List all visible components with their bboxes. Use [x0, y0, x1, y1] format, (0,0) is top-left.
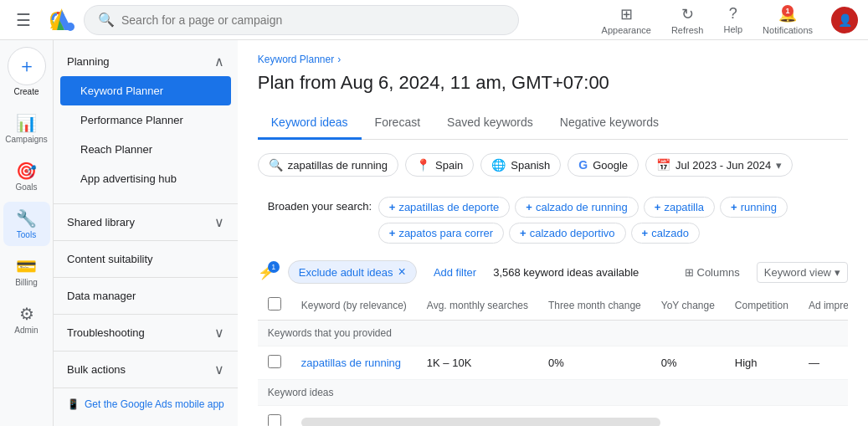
search-icon: 🔍 — [98, 12, 115, 28]
broaden-chip-6[interactable]: + calzado — [631, 223, 700, 244]
mobile-icon: 📱 — [67, 398, 80, 410]
table-row-loading — [258, 406, 848, 427]
avatar[interactable]: 👤 — [831, 7, 858, 33]
keyword-link-1[interactable]: zapatillas de running — [301, 357, 401, 369]
tab-keyword-ideas[interactable]: Keyword ideas — [258, 107, 362, 140]
exclude-adult-chip[interactable]: Exclude adult ideas × — [288, 260, 417, 284]
create-button[interactable]: ＋ Create — [8, 47, 46, 96]
search-input[interactable] — [121, 13, 505, 27]
plus-icon-5: + — [520, 227, 526, 239]
sidebar-item-data-manager[interactable]: Data manager — [54, 281, 238, 311]
icon-sidebar: ＋ Create 📊 Campaigns 🎯 Goals 🔧 Tools 💳 B… — [0, 40, 54, 426]
main-layout: ＋ Create 📊 Campaigns 🎯 Goals 🔧 Tools 💳 B… — [0, 40, 868, 426]
sidebar-item-content-suitability[interactable]: Content suitability — [54, 244, 238, 274]
col-yoy: YoY change — [651, 290, 725, 321]
network-icon: G — [578, 158, 588, 172]
divider-4 — [54, 314, 238, 315]
col-avg-searches: Avg. monthly searches — [417, 290, 538, 321]
network-filter[interactable]: G Google — [568, 153, 639, 177]
broaden-chip-4[interactable]: + zapatos para correr — [378, 223, 504, 244]
sidebar-icon-admin[interactable]: ⚙ Admin — [3, 297, 50, 341]
location-filter[interactable]: 📍 Spain — [405, 153, 474, 177]
broaden-chip-1[interactable]: + calzado de running — [515, 197, 638, 218]
admin-label: Admin — [14, 326, 38, 335]
sidebar-item-performance-planner[interactable]: Performance Planner — [54, 105, 238, 135]
row1-yoy: 0% — [651, 346, 725, 380]
sidebar-item-app-advertising-hub[interactable]: App advertising hub — [54, 164, 238, 193]
mobile-app-footer[interactable]: 📱 Get the Google Ads mobile app — [54, 392, 238, 417]
row1-three-month: 0% — [538, 346, 651, 380]
broaden-chip-5[interactable]: + calzado deportivo — [509, 223, 626, 244]
keyword-view-button[interactable]: Keyword view ▾ — [757, 262, 848, 283]
exclude-adult-label: Exclude adult ideas — [299, 266, 393, 279]
help-icon: ? — [729, 5, 737, 23]
refresh-button[interactable]: ↻ Refresh — [663, 2, 712, 38]
sidebar: ＋ Create 📊 Campaigns 🎯 Goals 🔧 Tools 💳 B… — [0, 40, 238, 426]
location-icon: 📍 — [416, 158, 430, 172]
section-label-1: Keywords that you provided — [258, 321, 848, 346]
planning-section-header[interactable]: Planning ∧ — [54, 47, 238, 76]
keyword-search-filter[interactable]: 🔍 zapatillas de running — [258, 153, 398, 177]
sidebar-icon-tools[interactable]: 🔧 Tools — [3, 202, 50, 246]
notifications-button[interactable]: 🔔 1 Notifications — [754, 2, 821, 38]
broaden-chip-0[interactable]: + zapatillas de deporte — [378, 197, 511, 218]
goals-label: Goals — [15, 182, 37, 192]
add-filter-button[interactable]: Add filter — [427, 263, 483, 282]
language-filter[interactable]: 🌐 Spanish — [480, 153, 561, 177]
create-label: Create — [8, 87, 46, 96]
toolbar-row: ⚡ 1 Exclude adult ideas × Add filter 3,5… — [258, 260, 848, 284]
campaigns-icon: 📊 — [16, 113, 37, 133]
filter-count-badge: 1 — [268, 261, 280, 273]
tab-negative-keywords[interactable]: Negative keywords — [547, 107, 672, 140]
row1-checkbox[interactable] — [268, 355, 281, 368]
nav-actions: ⊞ Appearance ↻ Refresh ? Help 🔔 1 Notifi… — [593, 2, 858, 38]
admin-icon: ⚙ — [19, 304, 34, 324]
sidebar-item-keyword-planner[interactable]: Keyword Planner — [60, 76, 231, 105]
tab-saved-keywords[interactable]: Saved keywords — [434, 107, 547, 140]
hamburger-button[interactable]: ☰ — [10, 7, 37, 33]
appearance-icon: ⊞ — [620, 5, 633, 23]
appearance-button[interactable]: ⊞ Appearance — [593, 2, 660, 38]
sidebar-icon-billing[interactable]: 💳 Billing — [3, 249, 50, 294]
plus-icon-4: + — [389, 227, 396, 239]
refresh-icon: ↻ — [681, 5, 694, 23]
troubleshooting-header[interactable]: Troubleshooting ∨ — [54, 318, 238, 347]
tab-forecast[interactable]: Forecast — [362, 107, 434, 140]
bulk-actions-header[interactable]: Bulk actions ∨ — [54, 355, 238, 384]
broaden-chip-3[interactable]: + running — [720, 197, 788, 218]
mobile-app-label: Get the Google Ads mobile app — [85, 398, 224, 410]
section-label-2: Keyword ideas — [258, 380, 848, 406]
broaden-chip-2[interactable]: + zapatilla — [644, 197, 715, 218]
sidebar-item-reach-planner[interactable]: Reach Planner — [54, 135, 238, 164]
content-area: Keyword Planner › Plan from Aug 6, 2024,… — [238, 40, 868, 426]
filter-funnel-container: ⚡ 1 — [258, 264, 275, 280]
divider-2 — [54, 240, 238, 241]
language-icon: 🌐 — [491, 158, 506, 172]
page-title: Plan from Aug 6, 2024, 11 am, GMT+07:00 — [258, 72, 848, 94]
section-header-row-2: Keyword ideas — [258, 380, 848, 406]
filter-funnel-icon: ⚡ 1 — [258, 264, 275, 280]
breadcrumb[interactable]: Keyword Planner › — [258, 54, 848, 65]
sidebar-icon-campaigns[interactable]: 📊 Campaigns — [3, 106, 50, 151]
shared-library-label: Shared library — [67, 216, 135, 228]
calendar-icon: 📅 — [656, 158, 670, 172]
divider-5 — [54, 351, 238, 352]
row-loading-checkbox-input[interactable] — [268, 414, 281, 426]
remove-filter-icon[interactable]: × — [398, 264, 406, 280]
col-competition: Competition — [725, 290, 799, 321]
col-checkbox — [258, 290, 291, 321]
help-button[interactable]: ? Help — [715, 2, 751, 38]
help-label: Help — [723, 24, 742, 34]
plus-icon-2: + — [655, 201, 661, 213]
sidebar-icon-goals[interactable]: 🎯 Goals — [3, 154, 50, 198]
sidebar-menu: Planning ∧ Keyword Planner Performance P… — [54, 40, 238, 426]
keyword-view-chevron: ▾ — [835, 266, 840, 279]
breadcrumb-arrow: › — [337, 54, 341, 65]
shared-library-header[interactable]: Shared library ∨ — [54, 208, 238, 237]
select-all-checkbox[interactable] — [268, 297, 281, 311]
keyword-table: Keyword (by relevance) Avg. monthly sear… — [258, 290, 848, 426]
columns-button[interactable]: ⊞ Columns — [678, 263, 747, 282]
search-bar[interactable]: 🔍 — [84, 5, 519, 35]
row1-checkbox-cell — [258, 346, 291, 380]
date-range-filter[interactable]: 📅 Jul 2023 - Jun 2024 ▾ — [645, 153, 793, 177]
